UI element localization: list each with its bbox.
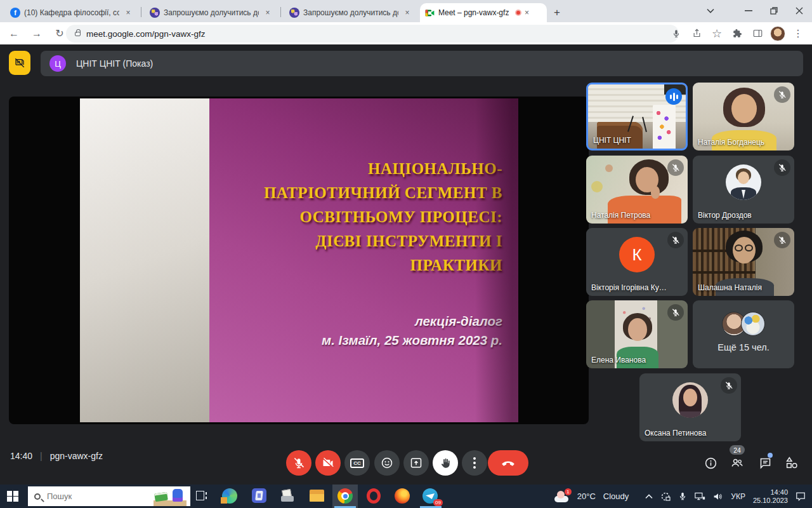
reactions-button[interactable]	[374, 450, 400, 476]
profile-avatar[interactable]	[770, 26, 785, 41]
presentation-warning-button[interactable]	[9, 51, 30, 75]
tab-title: Запрошуємо долучитись до за	[303, 8, 398, 17]
slide-title-line: НАЦІОНАЛЬНО-	[230, 157, 502, 181]
forward-button[interactable]: →	[28, 25, 46, 43]
taskbar-firefox-icon[interactable]	[395, 488, 410, 504]
back-button[interactable]: ←	[5, 25, 23, 43]
bookmark-star-icon[interactable]: ☆	[709, 26, 724, 41]
taskbar-chrome-icon[interactable]	[337, 488, 353, 504]
slide-title-line: ДІЄВІ ІНСТРУМЕНТИ І	[230, 229, 502, 253]
windows-logo-icon	[7, 491, 18, 502]
participant-tile-shalashna[interactable]: Шалашна Наталія	[693, 228, 794, 296]
notebook-art	[154, 492, 168, 502]
search-input[interactable]	[47, 491, 123, 501]
slide-left-panel	[80, 98, 209, 422]
recording-indicator-icon	[515, 10, 521, 16]
raise-hand-button[interactable]	[433, 450, 458, 476]
more-options-button[interactable]	[462, 450, 487, 476]
side-panel-icon[interactable]	[750, 26, 765, 41]
share-icon[interactable]	[689, 26, 704, 41]
taskbar-edge-icon[interactable]	[222, 488, 238, 504]
clock-text: 14:40	[10, 451, 32, 461]
tray-snip-icon[interactable]	[660, 491, 671, 502]
tab-close-icon[interactable]: ×	[123, 8, 133, 18]
participant-name: Наталія Богданець	[698, 138, 764, 147]
weather-temp[interactable]: 20°C	[577, 491, 596, 501]
browser-toolbar: ← → ↻ meet.google.com/pgn-vawx-gfz ☆ ⋮	[0, 22, 812, 44]
tray-volume-icon[interactable]	[713, 492, 723, 501]
extensions-puzzle-icon[interactable]	[730, 26, 745, 41]
activities-icon[interactable]	[784, 455, 799, 471]
action-center-icon[interactable]	[796, 491, 806, 501]
browser-tab-2[interactable]: Запрошуємо долучитись до за ×	[145, 3, 278, 22]
tab-search-chevron-icon[interactable]	[698, 0, 723, 22]
presentation-stage[interactable]: НАЦІОНАЛЬНО- ПАТРІОТИЧНИЙ СЕГМЕНТ В ОСВІ…	[9, 97, 589, 424]
participant-name: Оксана Петинова	[645, 429, 706, 438]
background-art	[591, 181, 603, 192]
start-button[interactable]	[0, 485, 25, 508]
meeting-details-info-icon[interactable]	[703, 455, 718, 471]
tab-title: (10) Кафедра філософії, соціол	[24, 8, 119, 17]
end-call-button[interactable]	[488, 450, 528, 476]
people-panel-icon[interactable]	[730, 455, 745, 471]
task-view-button[interactable]	[194, 489, 208, 503]
window-close-button[interactable]	[787, 0, 812, 22]
person-art	[683, 389, 697, 406]
taskbar-search[interactable]	[28, 486, 190, 506]
taskbar-printer-icon[interactable]	[280, 488, 296, 504]
meeting-code: pgn-vawx-gfz	[50, 451, 103, 461]
browser-tab-meet-active[interactable]: Meet – pgn-vawx-gfz ×	[420, 3, 547, 22]
browser-menu-kebab-icon[interactable]: ⋮	[790, 26, 806, 41]
slide-title-line: ПРАКТИКИ	[230, 253, 502, 277]
browser-tab-3[interactable]: Запрошуємо долучитись до за ×	[284, 3, 417, 22]
present-button[interactable]	[403, 450, 429, 476]
tray-network-display-icon[interactable]	[695, 491, 705, 501]
participant-tile-petynova[interactable]: Оксана Петинова	[639, 373, 741, 441]
participant-name: Шалашна Наталія	[698, 283, 762, 292]
taskbar-clock[interactable]: 14:40 25.10.2023	[753, 488, 788, 505]
participant-tile-drozdov[interactable]: Віктор Дроздов	[693, 156, 794, 224]
camera-off-button[interactable]	[315, 450, 341, 476]
slide-subtitle-line: лекція-діалог	[230, 312, 502, 331]
language-indicator[interactable]: УКР	[731, 492, 745, 501]
window-restore-button[interactable]	[761, 0, 787, 22]
mic-muted-icon	[774, 232, 790, 248]
slide-title-line: ОСВІТНЬОМУ ПРОЦЕСІ:	[230, 205, 502, 229]
participant-tile-ivanova[interactable]: Елена Иванова	[586, 300, 688, 368]
tab-close-icon[interactable]: ×	[521, 8, 532, 18]
person-art	[738, 171, 749, 184]
university-favicon	[150, 8, 160, 18]
presenting-banner[interactable]: Ц ЦНІТ ЦНІТ (Показ)	[41, 51, 803, 76]
tab-close-icon[interactable]: ×	[402, 8, 412, 18]
tab-close-icon[interactable]: ×	[263, 8, 273, 18]
mic-toolbar-icon[interactable]	[669, 26, 684, 41]
meeting-status: 14:40 | pgn-vawx-gfz	[10, 451, 103, 461]
taskbar-file-explorer-icon[interactable]	[309, 488, 325, 504]
captions-button[interactable]: CC	[344, 450, 370, 476]
participant-tile-bogdanets[interactable]: Наталія Богданець	[693, 83, 794, 150]
tray-expand-chevron-icon[interactable]	[645, 494, 653, 499]
weather-desc[interactable]: Cloudy	[603, 491, 629, 501]
tab-separator	[280, 7, 281, 17]
mic-off-button[interactable]	[286, 450, 311, 476]
new-tab-button[interactable]: +	[549, 5, 565, 20]
slide-subtitle: лекція-діалог м. Ізмаїл, 25 жовтня 2023 …	[230, 312, 502, 350]
background-art	[605, 164, 613, 172]
speaking-indicator-icon	[665, 88, 682, 105]
taskbar-blue-app-icon[interactable]	[252, 488, 268, 504]
glasses-art	[735, 244, 743, 251]
more-participants-tile[interactable]: Ещё 15 чел.	[693, 300, 794, 368]
taskbar-opera-icon[interactable]	[367, 488, 383, 504]
participant-tile-viktoriia[interactable]: К Вікторія Ігорівна Ку…	[586, 228, 688, 296]
participant-tile-cnit[interactable]: ЦНІТ ЦНІТ	[586, 83, 688, 150]
window-minimize-button[interactable]	[736, 0, 761, 22]
address-bar[interactable]: meet.google.com/pgn-vawx-gfz	[66, 25, 679, 43]
participant-tile-petrova[interactable]: Наталія Петрова	[586, 156, 688, 224]
tray-mic-icon[interactable]	[678, 491, 687, 501]
participant-name: Наталія Петрова	[591, 211, 650, 220]
browser-tab-1[interactable]: f (10) Кафедра філософії, соціол ×	[5, 3, 138, 22]
weather-icon[interactable]: 1	[553, 491, 570, 502]
tab-separator	[141, 7, 141, 17]
taskbar-telegram-icon[interactable]: 09	[422, 488, 438, 504]
university-favicon	[289, 8, 299, 18]
